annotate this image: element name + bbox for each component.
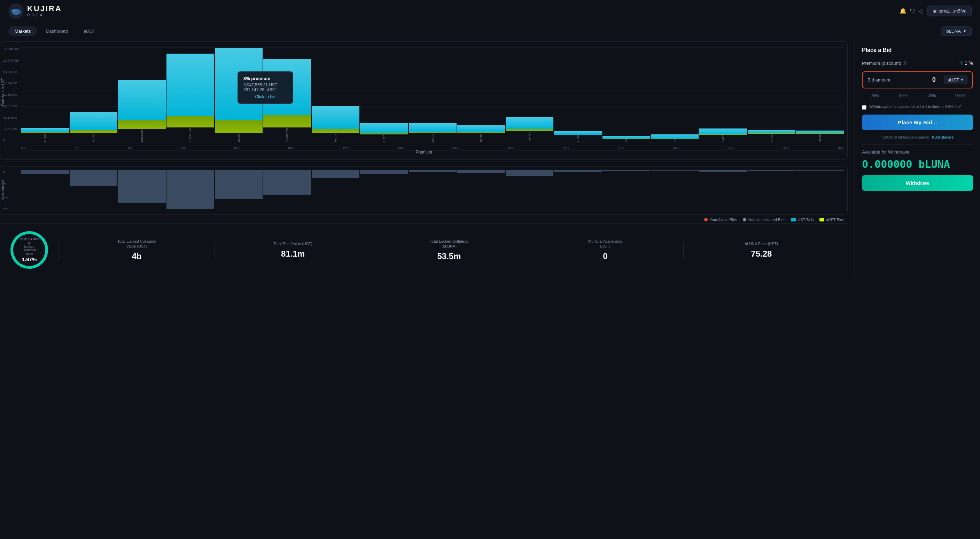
kuji-stakers-link[interactable]: KUJI stakers (932, 135, 953, 139)
bid-currency-selector[interactable]: aUST ▼ (944, 76, 967, 84)
bar-group-20[interactable]: 138,491 (506, 47, 554, 142)
stat-value-0: 4b (64, 251, 209, 261)
bid-amount-box[interactable]: Bid amount aUST ▼ (862, 72, 973, 89)
x-axis-labels: 0%2%4%6%8% 10%12%14%16%18% 20%22%24%26%2… (21, 146, 844, 150)
bar-ust-6 (167, 54, 214, 116)
bar-group-26[interactable]: 41 (651, 47, 698, 142)
bar-group-4[interactable]: 2,884,799 (118, 47, 166, 142)
bar-group-18[interactable]: 10,688 (457, 47, 505, 142)
bar-stack-16 (409, 123, 457, 133)
withdraw-button[interactable]: Withdraw (862, 175, 973, 191)
bar-val-14: 4,767 (382, 135, 385, 142)
bar-group-30[interactable]: 11,987 (748, 47, 795, 142)
stat-total-locked-value: Total Locked CollateralValue (UST) 4b (59, 239, 215, 261)
bar-stack-24 (603, 136, 650, 139)
sidebar-title: Place a Bid (862, 47, 973, 53)
pct-50-button[interactable]: 50% (891, 92, 916, 100)
fee-checkbox[interactable] (862, 105, 867, 110)
pct-75-button[interactable]: 75% (919, 92, 945, 100)
bar-val-6: 11,136,124 (189, 128, 192, 142)
premium-label: Premium (discount) ⓘ (862, 60, 907, 66)
nav-item-aust[interactable]: aUST (77, 27, 101, 36)
bar-group-24[interactable]: 94 (603, 47, 650, 142)
stat-bluna-price: bLUNA Price (UST) 75.28 (683, 241, 839, 259)
bar-ust-10 (263, 59, 311, 115)
wallet-button[interactable]: ▣ terra1...m5fvu (928, 6, 972, 16)
bar-group-12[interactable]: 30,618 (312, 47, 360, 142)
premium-unit: % (969, 60, 973, 66)
nav-item-markets[interactable]: Markets (8, 27, 37, 36)
bar-aust-6 (167, 116, 214, 127)
bar-ust-20 (506, 117, 554, 129)
bar-stack-20 (506, 117, 554, 131)
fee-checkbox-row: Withdrawal of a successful bid will incl… (862, 105, 973, 110)
selected-market: bLUNA (946, 29, 961, 34)
stat-label-2: Total Locked Collateral(bLUNA) (377, 239, 521, 249)
bar-group-2[interactable]: 34,689 (70, 47, 117, 142)
bar-group-30plus[interactable]: 80,688 (796, 47, 844, 142)
legend-dot-unactivated (743, 218, 746, 221)
diamond-icon[interactable]: ◇ (919, 8, 923, 14)
bar-val-20: 138,491 (528, 132, 531, 142)
bar-group-8[interactable]: 12,887 (215, 47, 262, 142)
bar-stack-2 (70, 112, 117, 133)
bar-group-0[interactable]: 11,445 (21, 47, 69, 142)
place-bid-button[interactable]: Place My Bid... (862, 114, 973, 130)
bar-group-28[interactable]: 3,467 (699, 47, 747, 142)
bell-icon[interactable]: 🔔 (900, 8, 907, 14)
emptied-bar-15 (748, 170, 795, 171)
withdrawal-title: Available for Withdrawal (862, 149, 973, 154)
bar-stack-0 (21, 128, 69, 133)
fee-note: *100% of all fees are paid to KUJI stake… (862, 135, 973, 139)
ratio-value: 1.97% (19, 256, 40, 263)
pct-row: 25% 50% 75% 100% (862, 92, 973, 100)
premium-number: 1 (965, 60, 967, 66)
bar-stack-22 (554, 131, 602, 135)
market-selector[interactable]: bLUNA ▼ (941, 27, 972, 36)
logo-title: KUJIRA (27, 5, 62, 13)
chart-area: Pool Value in UST 12,538,000 10,970,750 … (0, 40, 854, 277)
bar-val-22: 2,748 (576, 135, 579, 142)
header: KUJIRA ORCA 🔔 🛡 ◇ ▣ terra1...m5fvu (0, 0, 980, 22)
ratio-circle: Ratio of Pools toLockedCollateral value … (8, 229, 50, 271)
bar-ust-16 (409, 123, 457, 132)
bar-aust-4 (118, 120, 166, 129)
bid-amount-label: Bid amount (867, 77, 917, 83)
bar-val-30: 11,987 (770, 134, 773, 142)
bar-ust-8 (215, 48, 262, 120)
bar-group-16[interactable]: 13,079 (409, 47, 457, 142)
bar-group-10[interactable]: 19,482,798 (263, 47, 311, 142)
bar-stack-30 (748, 130, 795, 134)
bid-amount-input[interactable] (920, 76, 941, 84)
stat-value-1: 81.1m (220, 249, 365, 259)
nav-item-dashboard[interactable]: Dashboard (40, 27, 75, 36)
legend-label-unactivated: Your Unactivated Bids (748, 218, 786, 222)
legend-rect-ust (791, 218, 796, 221)
emptied-bar-10 (506, 170, 554, 176)
shield-icon[interactable]: 🛡 (910, 8, 916, 14)
bar-aust-14 (360, 133, 408, 134)
emptied-bar-7 (360, 170, 408, 174)
bar-stack-6 (167, 54, 214, 127)
bar-aust-20 (506, 129, 554, 131)
emptied-chart: 0 71 142 213 Times emptied (0, 166, 848, 215)
pct-25-button[interactable]: 25% (862, 92, 888, 100)
bar-val-8: 12,887 (237, 134, 240, 142)
bar-aust-12 (312, 129, 360, 133)
bar-group-22[interactable]: 2,748 (554, 47, 602, 142)
bar-aust-2 (70, 130, 117, 133)
bar-chart[interactable]: Pool Value in UST 12,538,000 10,970,750 … (0, 41, 848, 160)
bar-group-6[interactable]: 11,136,124 (167, 47, 214, 142)
premium-plus-button[interactable]: + (959, 60, 963, 67)
right-sidebar: Place a Bid Premium (discount) ⓘ + 1 % B… (854, 40, 980, 277)
emptied-bar-0 (21, 170, 69, 174)
legend-rect-aust (819, 218, 824, 221)
y-axis-labels: 12,538,000 10,970,750 9,403,500 7,836,25… (3, 47, 19, 142)
logo-area: KUJIRA ORCA (8, 3, 62, 19)
grid-line-7 (21, 150, 844, 151)
legend-label-aust: aUST Bids (826, 218, 844, 222)
pct-100-button[interactable]: 100% (947, 92, 973, 100)
emptied-bar-9 (457, 170, 505, 173)
bar-group-14[interactable]: 4,767 (360, 47, 408, 142)
bar-val-26: 41 (673, 139, 676, 142)
